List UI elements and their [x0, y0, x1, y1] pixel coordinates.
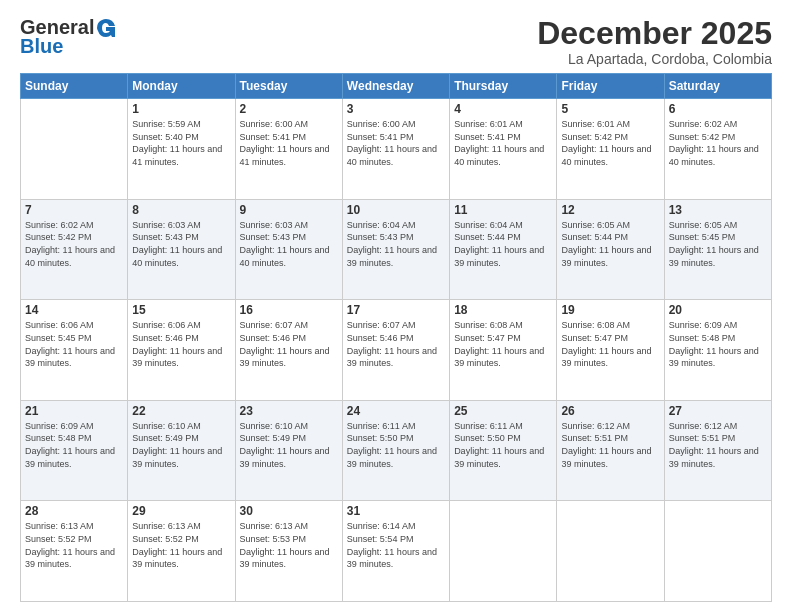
header-monday: Monday	[128, 74, 235, 99]
calendar-week-row: 14Sunrise: 6:06 AMSunset: 5:45 PMDayligh…	[21, 300, 772, 401]
weekday-header-row: Sunday Monday Tuesday Wednesday Thursday…	[21, 74, 772, 99]
calendar-cell	[450, 501, 557, 602]
day-info: Sunrise: 6:05 AMSunset: 5:44 PMDaylight:…	[561, 219, 659, 269]
day-info: Sunrise: 6:07 AMSunset: 5:46 PMDaylight:…	[347, 319, 445, 369]
location: La Apartada, Cordoba, Colombia	[537, 51, 772, 67]
calendar-week-row: 7Sunrise: 6:02 AMSunset: 5:42 PMDaylight…	[21, 199, 772, 300]
header-saturday: Saturday	[664, 74, 771, 99]
day-info: Sunrise: 6:11 AMSunset: 5:50 PMDaylight:…	[347, 420, 445, 470]
day-info: Sunrise: 6:02 AMSunset: 5:42 PMDaylight:…	[25, 219, 123, 269]
calendar-cell: 20Sunrise: 6:09 AMSunset: 5:48 PMDayligh…	[664, 300, 771, 401]
calendar-cell: 25Sunrise: 6:11 AMSunset: 5:50 PMDayligh…	[450, 400, 557, 501]
day-number: 16	[240, 303, 338, 317]
day-number: 27	[669, 404, 767, 418]
calendar-cell: 10Sunrise: 6:04 AMSunset: 5:43 PMDayligh…	[342, 199, 449, 300]
calendar-cell	[664, 501, 771, 602]
day-number: 8	[132, 203, 230, 217]
day-info: Sunrise: 6:04 AMSunset: 5:44 PMDaylight:…	[454, 219, 552, 269]
day-info: Sunrise: 6:11 AMSunset: 5:50 PMDaylight:…	[454, 420, 552, 470]
calendar-cell: 29Sunrise: 6:13 AMSunset: 5:52 PMDayligh…	[128, 501, 235, 602]
day-number: 25	[454, 404, 552, 418]
day-info: Sunrise: 6:13 AMSunset: 5:53 PMDaylight:…	[240, 520, 338, 570]
calendar-cell: 8Sunrise: 6:03 AMSunset: 5:43 PMDaylight…	[128, 199, 235, 300]
day-number: 15	[132, 303, 230, 317]
calendar-cell: 12Sunrise: 6:05 AMSunset: 5:44 PMDayligh…	[557, 199, 664, 300]
day-info: Sunrise: 6:06 AMSunset: 5:45 PMDaylight:…	[25, 319, 123, 369]
day-info: Sunrise: 6:04 AMSunset: 5:43 PMDaylight:…	[347, 219, 445, 269]
day-number: 18	[454, 303, 552, 317]
day-info: Sunrise: 6:02 AMSunset: 5:42 PMDaylight:…	[669, 118, 767, 168]
day-number: 7	[25, 203, 123, 217]
calendar-cell: 19Sunrise: 6:08 AMSunset: 5:47 PMDayligh…	[557, 300, 664, 401]
day-info: Sunrise: 6:10 AMSunset: 5:49 PMDaylight:…	[240, 420, 338, 470]
day-number: 10	[347, 203, 445, 217]
calendar-cell: 4Sunrise: 6:01 AMSunset: 5:41 PMDaylight…	[450, 99, 557, 200]
calendar-cell: 28Sunrise: 6:13 AMSunset: 5:52 PMDayligh…	[21, 501, 128, 602]
day-info: Sunrise: 6:09 AMSunset: 5:48 PMDaylight:…	[25, 420, 123, 470]
day-number: 28	[25, 504, 123, 518]
day-number: 26	[561, 404, 659, 418]
day-info: Sunrise: 6:00 AMSunset: 5:41 PMDaylight:…	[347, 118, 445, 168]
day-number: 11	[454, 203, 552, 217]
calendar-cell	[557, 501, 664, 602]
day-info: Sunrise: 6:05 AMSunset: 5:45 PMDaylight:…	[669, 219, 767, 269]
calendar-week-row: 1Sunrise: 5:59 AMSunset: 5:40 PMDaylight…	[21, 99, 772, 200]
logo-blue: Blue	[20, 35, 63, 58]
day-number: 22	[132, 404, 230, 418]
day-info: Sunrise: 6:07 AMSunset: 5:46 PMDaylight:…	[240, 319, 338, 369]
day-info: Sunrise: 6:13 AMSunset: 5:52 PMDaylight:…	[25, 520, 123, 570]
calendar-cell: 2Sunrise: 6:00 AMSunset: 5:41 PMDaylight…	[235, 99, 342, 200]
month-title: December 2025	[537, 16, 772, 51]
calendar-cell: 1Sunrise: 5:59 AMSunset: 5:40 PMDaylight…	[128, 99, 235, 200]
day-number: 21	[25, 404, 123, 418]
day-info: Sunrise: 6:14 AMSunset: 5:54 PMDaylight:…	[347, 520, 445, 570]
day-info: Sunrise: 6:03 AMSunset: 5:43 PMDaylight:…	[132, 219, 230, 269]
day-number: 4	[454, 102, 552, 116]
calendar-cell: 11Sunrise: 6:04 AMSunset: 5:44 PMDayligh…	[450, 199, 557, 300]
calendar-week-row: 21Sunrise: 6:09 AMSunset: 5:48 PMDayligh…	[21, 400, 772, 501]
day-number: 3	[347, 102, 445, 116]
day-info: Sunrise: 6:08 AMSunset: 5:47 PMDaylight:…	[454, 319, 552, 369]
day-number: 29	[132, 504, 230, 518]
day-number: 5	[561, 102, 659, 116]
calendar-cell: 31Sunrise: 6:14 AMSunset: 5:54 PMDayligh…	[342, 501, 449, 602]
calendar-cell: 17Sunrise: 6:07 AMSunset: 5:46 PMDayligh…	[342, 300, 449, 401]
day-number: 13	[669, 203, 767, 217]
calendar-cell: 15Sunrise: 6:06 AMSunset: 5:46 PMDayligh…	[128, 300, 235, 401]
day-info: Sunrise: 6:13 AMSunset: 5:52 PMDaylight:…	[132, 520, 230, 570]
day-number: 20	[669, 303, 767, 317]
day-number: 17	[347, 303, 445, 317]
calendar-cell: 3Sunrise: 6:00 AMSunset: 5:41 PMDaylight…	[342, 99, 449, 200]
calendar-cell: 5Sunrise: 6:01 AMSunset: 5:42 PMDaylight…	[557, 99, 664, 200]
day-info: Sunrise: 6:03 AMSunset: 5:43 PMDaylight:…	[240, 219, 338, 269]
header-thursday: Thursday	[450, 74, 557, 99]
day-number: 31	[347, 504, 445, 518]
day-number: 23	[240, 404, 338, 418]
page: General Blue December 2025 La Apartada, …	[0, 0, 792, 612]
calendar-cell: 16Sunrise: 6:07 AMSunset: 5:46 PMDayligh…	[235, 300, 342, 401]
logo: General Blue	[20, 16, 118, 58]
calendar-cell: 9Sunrise: 6:03 AMSunset: 5:43 PMDaylight…	[235, 199, 342, 300]
calendar-cell: 7Sunrise: 6:02 AMSunset: 5:42 PMDaylight…	[21, 199, 128, 300]
day-number: 6	[669, 102, 767, 116]
calendar-cell: 23Sunrise: 6:10 AMSunset: 5:49 PMDayligh…	[235, 400, 342, 501]
day-info: Sunrise: 6:01 AMSunset: 5:42 PMDaylight:…	[561, 118, 659, 168]
day-number: 12	[561, 203, 659, 217]
calendar-cell: 6Sunrise: 6:02 AMSunset: 5:42 PMDaylight…	[664, 99, 771, 200]
day-info: Sunrise: 6:08 AMSunset: 5:47 PMDaylight:…	[561, 319, 659, 369]
calendar-cell: 21Sunrise: 6:09 AMSunset: 5:48 PMDayligh…	[21, 400, 128, 501]
calendar-cell	[21, 99, 128, 200]
calendar-cell: 30Sunrise: 6:13 AMSunset: 5:53 PMDayligh…	[235, 501, 342, 602]
header-tuesday: Tuesday	[235, 74, 342, 99]
day-info: Sunrise: 6:00 AMSunset: 5:41 PMDaylight:…	[240, 118, 338, 168]
day-number: 24	[347, 404, 445, 418]
calendar-cell: 24Sunrise: 6:11 AMSunset: 5:50 PMDayligh…	[342, 400, 449, 501]
day-number: 19	[561, 303, 659, 317]
calendar-cell: 27Sunrise: 6:12 AMSunset: 5:51 PMDayligh…	[664, 400, 771, 501]
header-wednesday: Wednesday	[342, 74, 449, 99]
header-sunday: Sunday	[21, 74, 128, 99]
day-number: 2	[240, 102, 338, 116]
day-number: 14	[25, 303, 123, 317]
calendar-cell: 26Sunrise: 6:12 AMSunset: 5:51 PMDayligh…	[557, 400, 664, 501]
calendar-cell: 13Sunrise: 6:05 AMSunset: 5:45 PMDayligh…	[664, 199, 771, 300]
